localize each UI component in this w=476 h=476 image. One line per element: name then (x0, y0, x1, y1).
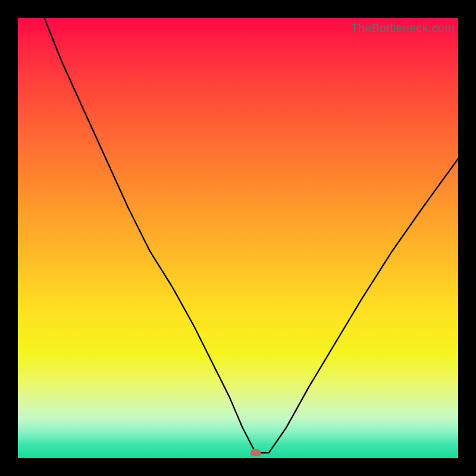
bottleneck-curve (44, 18, 458, 453)
minimum-marker (250, 449, 261, 456)
plot-area: TheBottleneck.com (18, 18, 458, 458)
chart-frame: TheBottleneck.com (0, 0, 476, 476)
curve-svg (18, 18, 458, 458)
